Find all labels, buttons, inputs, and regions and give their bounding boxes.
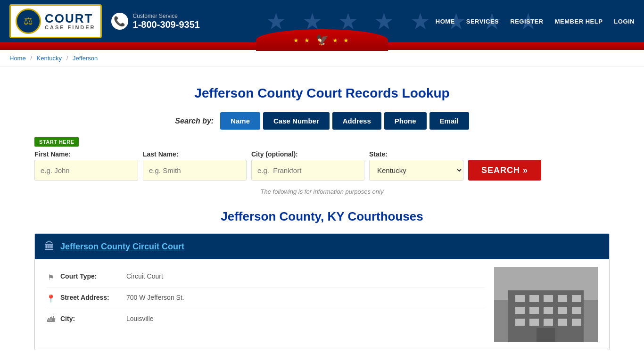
state-select[interactable]: Kentucky Alabama Alaska Arizona Californ… xyxy=(369,160,463,181)
first-name-group: First Name: xyxy=(34,150,138,181)
breadcrumb-kentucky[interactable]: Kentucky xyxy=(37,55,62,62)
svg-rect-10 xyxy=(544,307,553,314)
main-content: Jefferson County Court Records Lookup Se… xyxy=(20,67,624,360)
phone-info: Customer Service 1-800-309-9351 xyxy=(133,13,200,30)
logo: ⚖ COURT CASE FINDER xyxy=(9,4,102,38)
address-icon: 📍 xyxy=(46,294,56,303)
header-left: ⚖ COURT CASE FINDER 📞 Customer Service 1… xyxy=(9,4,200,38)
courthouses-title: Jefferson County, KY Courthouses xyxy=(34,209,610,224)
courthouse-card: 🏛 Jefferson County Circuit Court ⚑ Court… xyxy=(34,233,610,350)
last-name-label: Last Name: xyxy=(143,150,247,158)
breadcrumb: Home / Kentucky / Jefferson xyxy=(0,50,644,67)
tab-address[interactable]: Address xyxy=(332,112,381,130)
svg-rect-6 xyxy=(558,295,567,302)
logo-court-label: COURT xyxy=(45,12,96,25)
svg-rect-12 xyxy=(572,307,581,314)
search-by-row: Search by: Name Case Number Address Phon… xyxy=(34,112,610,130)
svg-rect-5 xyxy=(544,295,553,302)
city-icon: 🏙 xyxy=(46,315,56,324)
city-label-detail: City: xyxy=(60,315,122,322)
nav-login[interactable]: LOGIN xyxy=(614,18,635,25)
wave-stars-right: ★ ★ xyxy=(332,37,351,44)
detail-row-city: 🏙 City: Louisville xyxy=(46,309,485,329)
svg-rect-9 xyxy=(529,307,539,314)
tab-case-number[interactable]: Case Number xyxy=(263,112,330,130)
phone-number: 1-800-309-9351 xyxy=(133,19,200,30)
state-label: State: xyxy=(369,150,463,158)
phone-icon: 📞 xyxy=(111,13,128,30)
city-value: Louisville xyxy=(126,315,154,322)
state-group: State: Kentucky Alabama Alaska Arizona C… xyxy=(369,150,463,181)
courthouse-building-icon: 🏛 xyxy=(44,240,55,253)
customer-service-label: Customer Service xyxy=(133,13,200,19)
courthouse-name-link[interactable]: Jefferson County Circuit Court xyxy=(60,242,184,252)
eagle-icon: 🦅 xyxy=(316,34,329,46)
street-address-value: 700 W Jefferson St. xyxy=(126,294,184,301)
svg-rect-16 xyxy=(558,319,567,326)
svg-rect-15 xyxy=(544,319,553,326)
page-title: Jefferson County Court Records Lookup xyxy=(34,86,610,101)
svg-rect-3 xyxy=(515,295,525,302)
search-button[interactable]: SEARCH » xyxy=(468,160,541,181)
nav-register[interactable]: REGISTER xyxy=(510,18,543,25)
form-section: START HERE First Name: Last Name: City (… xyxy=(34,137,610,181)
breadcrumb-jefferson[interactable]: Jefferson xyxy=(73,55,98,62)
city-group: City (optional): xyxy=(251,150,364,181)
nav-member-help[interactable]: MEMBER HELP xyxy=(555,18,603,25)
info-note: The following is for information purpose… xyxy=(34,188,610,195)
nav-home[interactable]: HOME xyxy=(436,18,455,25)
logo-emblem: ⚖ xyxy=(16,8,41,34)
svg-rect-14 xyxy=(529,319,539,326)
nav-services[interactable]: SERVICES xyxy=(466,18,499,25)
court-type-value: Circuit Court xyxy=(126,272,163,280)
courthouse-body: ⚑ Court Type: Circuit Court 📍 Street Add… xyxy=(35,259,609,350)
tab-email[interactable]: Email xyxy=(429,112,469,130)
courthouse-image xyxy=(494,267,598,342)
tab-name[interactable]: Name xyxy=(220,112,260,130)
main-nav: HOME SERVICES REGISTER MEMBER HELP LOGIN xyxy=(436,18,635,25)
logo-case-finder-label: CASE FINDER xyxy=(45,25,96,30)
detail-row-type: ⚑ Court Type: Circuit Court xyxy=(46,267,485,288)
detail-row-address: 📍 Street Address: 700 W Jefferson St. xyxy=(46,288,485,309)
wave-bar: ★ ★ 🦅 ★ ★ xyxy=(0,42,644,50)
wave-center: ★ ★ 🦅 ★ ★ xyxy=(256,29,388,51)
svg-rect-4 xyxy=(529,295,539,302)
last-name-group: Last Name: xyxy=(143,150,247,181)
courthouse-header: 🏛 Jefferson County Circuit Court xyxy=(35,234,609,259)
city-label: City (optional): xyxy=(251,150,364,158)
customer-service-block: 📞 Customer Service 1-800-309-9351 xyxy=(111,13,200,30)
courthouse-details: ⚑ Court Type: Circuit Court 📍 Street Add… xyxy=(46,267,485,342)
first-name-input[interactable] xyxy=(34,160,138,181)
tab-phone[interactable]: Phone xyxy=(384,112,427,130)
street-address-label: Street Address: xyxy=(60,294,122,301)
first-name-label: First Name: xyxy=(34,150,138,158)
svg-rect-18 xyxy=(537,328,555,342)
wave-stars-left: ★ ★ xyxy=(293,37,312,44)
svg-rect-11 xyxy=(558,307,567,314)
last-name-input[interactable] xyxy=(143,160,247,181)
svg-rect-17 xyxy=(572,319,581,326)
svg-rect-13 xyxy=(515,319,525,326)
search-by-label: Search by: xyxy=(175,117,214,125)
start-here-badge: START HERE xyxy=(34,137,79,147)
svg-rect-7 xyxy=(572,295,581,302)
logo-text: COURT CASE FINDER xyxy=(45,12,96,30)
city-input[interactable] xyxy=(251,160,364,181)
svg-rect-8 xyxy=(515,307,525,314)
search-form: First Name: Last Name: City (optional): … xyxy=(34,150,610,181)
court-type-icon: ⚑ xyxy=(46,273,56,282)
court-type-label: Court Type: xyxy=(60,272,122,280)
breadcrumb-home[interactable]: Home xyxy=(9,55,26,62)
